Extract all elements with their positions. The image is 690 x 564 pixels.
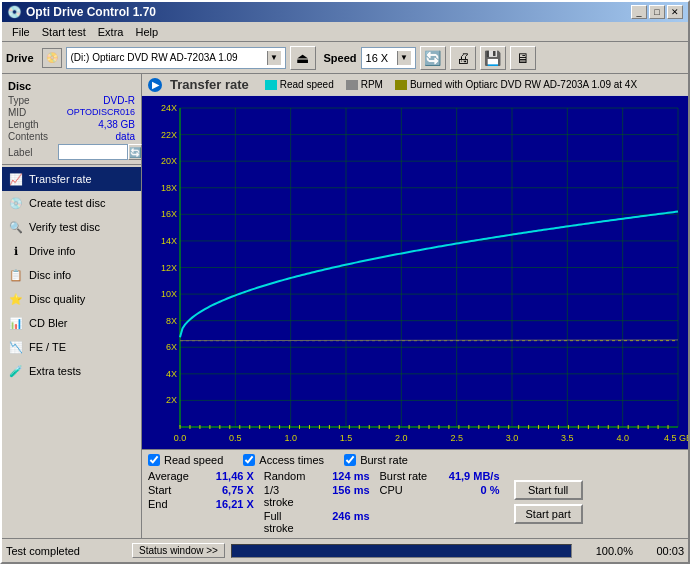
drive-combo-arrow[interactable]: ▼: [267, 51, 281, 65]
menubar: File Start test Extra Help: [2, 22, 688, 42]
disc-quality-icon: ⭐: [8, 291, 24, 307]
verify-test-disc-icon: 🔍: [8, 219, 24, 235]
chart-title-icon: ▶: [148, 78, 162, 92]
drive-combo[interactable]: (Di:) Optiarc DVD RW AD-7203A 1.09 ▼: [66, 47, 286, 69]
disc-label-input[interactable]: [58, 144, 128, 160]
drive-icon: 📀: [42, 48, 62, 68]
start-label: Start: [148, 484, 171, 496]
average-value: 11,46 X: [194, 470, 254, 482]
disc-length-row: Length 4,38 GB: [8, 119, 135, 130]
random-label: Random: [264, 470, 306, 482]
settings-button2[interactable]: 💾: [480, 46, 506, 70]
legend-burned-label: Burned with Optiarc DVD RW AD-7203A 1.09…: [410, 79, 637, 90]
nav-verify-test-disc-label: Verify test disc: [29, 221, 100, 233]
titlebar-controls: _ □ ✕: [631, 5, 683, 19]
chart-area: [142, 96, 688, 449]
progress-bar-fill: [232, 545, 571, 557]
disc-length-key: Length: [8, 119, 58, 130]
full-stroke-label: Full stroke: [264, 510, 310, 534]
legend-read-speed-label: Read speed: [280, 79, 334, 90]
titlebar: 💿 Opti Drive Control 1.70 _ □ ✕: [2, 2, 688, 22]
average-row: Average 11,46 X: [148, 470, 254, 482]
read-speed-color: [265, 80, 277, 90]
nav-cd-bler-label: CD Bler: [29, 317, 68, 329]
status-time: 00:03: [639, 545, 684, 557]
minimize-button[interactable]: _: [631, 5, 647, 19]
read-speed-check-label[interactable]: Read speed: [148, 454, 223, 466]
settings-button1[interactable]: 🖨: [450, 46, 476, 70]
nav-create-test-disc[interactable]: 💿 Create test disc: [2, 191, 141, 215]
access-times-check-text: Access times: [259, 454, 324, 466]
menu-help[interactable]: Help: [129, 24, 164, 40]
stats-bottom: Average 11,46 X Start 6,75 X End 16,21 X: [148, 470, 682, 534]
burst-rate-checkbox[interactable]: [344, 454, 356, 466]
speed-combo[interactable]: 16 X ▼: [361, 47, 416, 69]
read-speed-checkbox[interactable]: [148, 454, 160, 466]
cpu-label: CPU: [380, 484, 403, 496]
nav-cd-bler[interactable]: 📊 CD Bler: [2, 311, 141, 335]
burst-rate-label: Burst rate: [380, 470, 428, 482]
disc-mid-val: OPTODISCR016: [67, 107, 135, 118]
maximize-button[interactable]: □: [649, 5, 665, 19]
chart-title: Transfer rate: [170, 77, 249, 92]
refresh-button[interactable]: 🔄: [420, 46, 446, 70]
menu-start-test[interactable]: Start test: [36, 24, 92, 40]
nav-drive-info[interactable]: ℹ Drive info: [2, 239, 141, 263]
stats-area: Read speed Access times Burst rate: [142, 449, 688, 538]
nav-disc-info[interactable]: 📋 Disc info: [2, 263, 141, 287]
settings-button3[interactable]: 🖥: [510, 46, 536, 70]
nav-verify-test-disc[interactable]: 🔍 Verify test disc: [2, 215, 141, 239]
burst-rate-row: Burst rate 41,9 MB/s: [380, 470, 500, 482]
disc-label-button[interactable]: 🔄: [128, 144, 142, 160]
start-value: 6,75 X: [194, 484, 254, 496]
nav-disc-quality-label: Disc quality: [29, 293, 85, 305]
menu-extra[interactable]: Extra: [92, 24, 130, 40]
menu-file[interactable]: File: [6, 24, 36, 40]
right-panel: ▶ Transfer rate Read speed RPM Burned wi…: [142, 74, 688, 538]
nav-fe-te[interactable]: 📉 FE / TE: [2, 335, 141, 359]
burst-rate-check-label[interactable]: Burst rate: [344, 454, 408, 466]
status-text: Test completed: [6, 545, 126, 557]
read-speed-check-text: Read speed: [164, 454, 223, 466]
rpm-color: [346, 80, 358, 90]
transfer-rate-icon: 📈: [8, 171, 24, 187]
status-window-button[interactable]: Status window >>: [132, 543, 225, 558]
extra-tests-icon: 🧪: [8, 363, 24, 379]
disc-type-row: Type DVD-R: [8, 95, 135, 106]
drive-combo-text: (Di:) Optiarc DVD RW AD-7203A 1.09: [71, 52, 238, 63]
create-test-disc-icon: 💿: [8, 195, 24, 211]
disc-contents-row: Contents data: [8, 131, 135, 142]
nav-transfer-rate-label: Transfer rate: [29, 173, 92, 185]
start-part-button[interactable]: Start part: [514, 504, 583, 524]
disc-info-icon: 📋: [8, 267, 24, 283]
nav-drive-info-label: Drive info: [29, 245, 75, 257]
disc-label-key: Label: [8, 147, 58, 158]
disc-length-val: 4,38 GB: [98, 119, 135, 130]
burst-rate-value: 41,9 MB/s: [440, 470, 500, 482]
nav-menu: 📈 Transfer rate 💿 Create test disc 🔍 Ver…: [2, 167, 141, 383]
legend-burned: Burned with Optiarc DVD RW AD-7203A 1.09…: [395, 79, 637, 90]
access-times-checkbox[interactable]: [243, 454, 255, 466]
stats-buttons: Start full Start part: [504, 470, 583, 534]
end-value: 16,21 X: [194, 498, 254, 510]
close-button[interactable]: ✕: [667, 5, 683, 19]
disc-type-key: Type: [8, 95, 58, 106]
speed-combo-arrow[interactable]: ▼: [397, 51, 411, 65]
random-row: Random 124 ms: [264, 470, 370, 482]
disc-mid-row: MID OPTODISCR016: [8, 107, 135, 118]
eject-button[interactable]: ⏏: [290, 46, 316, 70]
nav-extra-tests[interactable]: 🧪 Extra tests: [2, 359, 141, 383]
nav-fe-te-label: FE / TE: [29, 341, 66, 353]
burned-color: [395, 80, 407, 90]
nav-disc-quality[interactable]: ⭐ Disc quality: [2, 287, 141, 311]
disc-mid-key: MID: [8, 107, 58, 118]
disc-label-row: Label 🔄: [8, 144, 135, 160]
start-full-button[interactable]: Start full: [514, 480, 583, 500]
drive-info-icon: ℹ: [8, 243, 24, 259]
nav-transfer-rate[interactable]: 📈 Transfer rate: [2, 167, 141, 191]
nav-extra-tests-label: Extra tests: [29, 365, 81, 377]
access-times-check-label[interactable]: Access times: [243, 454, 324, 466]
app-title: Opti Drive Control 1.70: [26, 5, 156, 19]
full-stroke-row: Full stroke 246 ms: [264, 510, 370, 534]
transfer-chart-canvas: [142, 96, 688, 449]
